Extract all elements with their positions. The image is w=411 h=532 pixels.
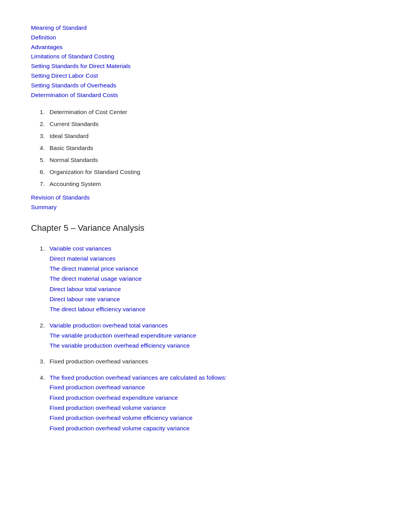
- sub-link[interactable]: The variable production overhead expendi…: [50, 331, 380, 341]
- sub-link[interactable]: The direct material usage variance: [50, 274, 380, 284]
- variance-list: Variable cost variancesDirect material v…: [46, 242, 380, 433]
- variance-group-link-0[interactable]: Variable cost variances: [50, 244, 380, 254]
- sub-link[interactable]: Fixed production overhead volume capacit…: [50, 423, 380, 433]
- numbered-list-item: Ideal Standard: [46, 130, 380, 142]
- numbered-list-item: Current Standards: [46, 118, 380, 130]
- numbered-list-item: Normal Standards: [46, 154, 380, 166]
- top-link-definition[interactable]: Definition: [31, 33, 380, 43]
- numbered-list: Determination of Cost CenterCurrent Stan…: [46, 106, 380, 190]
- variance-group-item: Fixed production overhead variances: [46, 355, 380, 367]
- bottom-link-revision-of-standards[interactable]: Revision of Standards: [31, 193, 380, 203]
- sub-link[interactable]: Direct labour rate variance: [50, 294, 380, 304]
- bottom-link-summary[interactable]: Summary: [31, 203, 380, 212]
- sub-links-container: The variable production overhead expendi…: [50, 331, 380, 351]
- variance-group-link-3[interactable]: The fixed production overhead variances …: [50, 373, 380, 383]
- numbered-list-item: Accounting System: [46, 178, 380, 190]
- top-link-determination-standard-costs[interactable]: Determination of Standard Costs: [31, 90, 380, 100]
- top-link-advantages[interactable]: Advantages: [31, 43, 380, 52]
- variance-group-item: Variable cost variancesDirect material v…: [46, 242, 380, 315]
- variance-group-label: Fixed production overhead variances: [50, 356, 380, 367]
- sub-link[interactable]: Fixed production overhead variance: [50, 382, 380, 392]
- bottom-links-section: Revision of StandardsSummary: [31, 193, 380, 212]
- variance-group-item: The fixed production overhead variances …: [46, 372, 380, 434]
- sub-link[interactable]: Fixed production overhead expenditure va…: [50, 393, 380, 403]
- top-link-meaning-of-standard[interactable]: Meaning of Standard: [31, 23, 380, 33]
- numbered-list-item: Determination of Cost Center: [46, 106, 380, 118]
- top-link-setting-standards-overheads[interactable]: Setting Standards of Overheads: [31, 81, 380, 90]
- numbered-list-item: Basic Standards: [46, 142, 380, 154]
- top-links-section: Meaning of StandardDefinitionAdvantagesL…: [31, 23, 380, 100]
- variance-group-item: Variable production overhead total varia…: [46, 319, 380, 351]
- sub-link[interactable]: Fixed production overhead volume varianc…: [50, 403, 380, 413]
- sub-links-container: Direct material variancesThe direct mate…: [50, 254, 380, 315]
- top-link-setting-standards-direct-materials[interactable]: Setting Standards for Direct Materials: [31, 61, 380, 71]
- sub-links-container: Fixed production overhead varianceFixed …: [50, 382, 380, 433]
- variance-group-link-1[interactable]: Variable production overhead total varia…: [50, 321, 380, 331]
- numbered-list-item: Organization for Standard Costing: [46, 166, 380, 178]
- top-link-limitations[interactable]: Limitations of Standard Costing: [31, 52, 380, 61]
- top-link-setting-direct-labor[interactable]: Setting Direct Labor Cost: [31, 71, 380, 81]
- sub-link[interactable]: Direct material variances: [50, 254, 380, 264]
- chapter-heading: Chapter 5 – Variance Analysis: [31, 223, 380, 233]
- sub-link[interactable]: The direct labour efficiency variance: [50, 304, 380, 314]
- sub-link[interactable]: The direct material price variance: [50, 264, 380, 274]
- sub-link[interactable]: Direct labour total variance: [50, 284, 380, 294]
- sub-link[interactable]: Fixed production overhead volume efficie…: [50, 413, 380, 423]
- sub-link[interactable]: The variable production overhead efficie…: [50, 341, 380, 351]
